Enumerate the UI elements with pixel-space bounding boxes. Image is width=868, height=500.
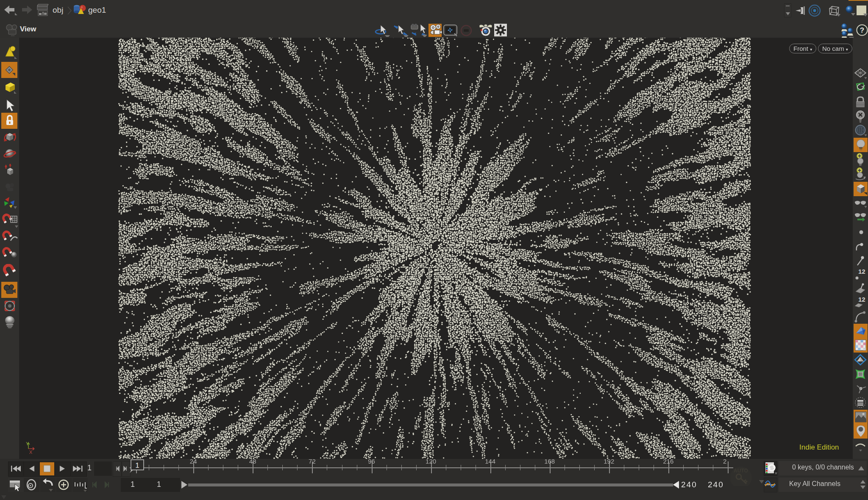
svg-text:Y: Y <box>26 441 29 446</box>
svg-text:12: 12 <box>858 268 865 275</box>
svg-text:X: X <box>29 450 33 455</box>
svg-text:1: 1 <box>135 461 139 469</box>
svg-text:?: ? <box>860 26 864 34</box>
svg-text:12: 12 <box>858 296 865 303</box>
svg-text:AUTO: AUTO <box>734 468 748 474</box>
